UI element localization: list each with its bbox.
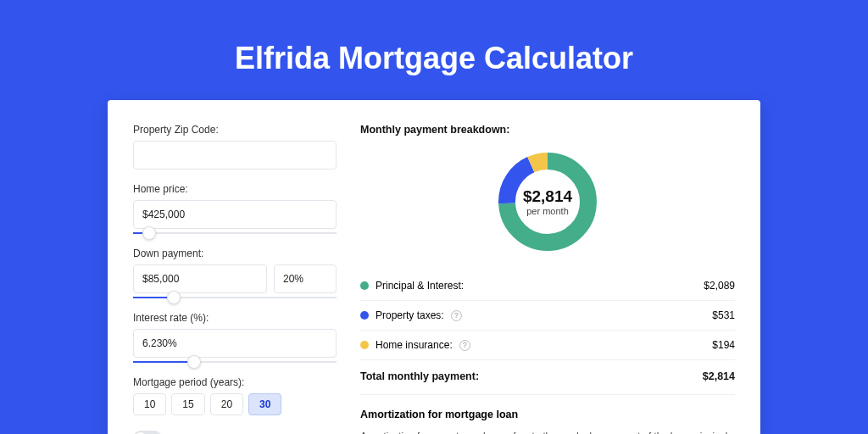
amortization-body: Amortization for a mortgage loan refers … [360, 429, 735, 434]
breakdown-title: Monthly payment breakdown: [360, 124, 735, 136]
breakdown-item-label: Property taxes: [376, 309, 444, 321]
legend-dot-yellow [360, 341, 369, 349]
breakdown-panel: Monthly payment breakdown: $2,814 per mo… [360, 124, 735, 434]
zip-input[interactable] [133, 141, 337, 170]
down-payment-field: Down payment: [133, 248, 337, 298]
period-btn-10[interactable]: 10 [133, 393, 166, 415]
zip-label: Property Zip Code: [133, 124, 337, 136]
breakdown-item-label: Principal & Interest: [376, 280, 464, 292]
calculator-card: Property Zip Code: Home price: Down paym… [108, 100, 760, 434]
rate-input[interactable] [133, 329, 337, 358]
breakdown-item-value: $531 [712, 309, 735, 321]
rate-slider-fill [133, 361, 194, 363]
home-price-slider-thumb[interactable] [142, 226, 156, 240]
info-icon[interactable]: ? [451, 310, 462, 321]
form-panel: Property Zip Code: Home price: Down paym… [133, 124, 337, 434]
zip-field: Property Zip Code: [133, 124, 337, 170]
period-btn-20[interactable]: 20 [210, 393, 243, 415]
down-payment-pct-input[interactable] [274, 264, 337, 293]
rate-slider[interactable] [133, 361, 337, 363]
period-label: Mortgage period (years): [133, 376, 337, 388]
legend-dot-green [360, 281, 369, 290]
donut-amount: $2,814 [523, 187, 572, 206]
down-payment-label: Down payment: [133, 248, 337, 259]
period-field: Mortgage period (years): 10152030 [133, 376, 337, 415]
total-label: Total monthly payment: [360, 370, 479, 382]
down-payment-input[interactable] [133, 264, 267, 293]
donut-sublabel: per month [526, 206, 569, 216]
page-title: Elfrida Mortgage Calculator [0, 41, 868, 76]
period-options: 10152030 [133, 393, 337, 415]
breakdown-item-label: Home insurance: [376, 339, 453, 351]
period-btn-30[interactable]: 30 [248, 393, 281, 415]
breakdown-item-value: $194 [712, 339, 735, 351]
total-row: Total monthly payment: $2,814 [360, 359, 735, 394]
breakdown-rows: Principal & Interest:$2,089Property taxe… [360, 271, 735, 359]
donut-center: $2,814 per month [493, 147, 602, 256]
amortization-title: Amortization for mortgage loan [360, 409, 735, 420]
rate-field: Interest rate (%): [133, 312, 337, 363]
down-payment-slider[interactable] [133, 297, 337, 298]
breakdown-item-value: $2,089 [704, 280, 735, 292]
home-price-label: Home price: [133, 183, 337, 195]
rate-label: Interest rate (%): [133, 312, 337, 324]
rate-slider-thumb[interactable] [187, 355, 201, 369]
legend-dot-blue [360, 311, 369, 320]
home-price-slider[interactable] [133, 232, 337, 234]
info-icon[interactable]: ? [459, 340, 470, 351]
down-payment-slider-thumb[interactable] [167, 291, 181, 304]
veteran-row: I am veteran or military [133, 431, 337, 434]
hero: Elfrida Mortgage Calculator [0, 0, 868, 100]
period-btn-15[interactable]: 15 [171, 393, 204, 415]
total-value: $2,814 [703, 370, 735, 382]
home-price-input[interactable] [133, 200, 337, 229]
breakdown-row: Home insurance: ?$194 [360, 331, 735, 359]
breakdown-row: Principal & Interest:$2,089 [360, 271, 735, 301]
veteran-toggle[interactable] [133, 431, 162, 434]
home-price-field: Home price: [133, 183, 337, 234]
donut-chart-wrap: $2,814 per month [360, 147, 735, 256]
amortization-section: Amortization for mortgage loan Amortizat… [360, 394, 735, 434]
breakdown-row: Property taxes: ?$531 [360, 301, 735, 331]
donut-chart: $2,814 per month [493, 147, 602, 256]
